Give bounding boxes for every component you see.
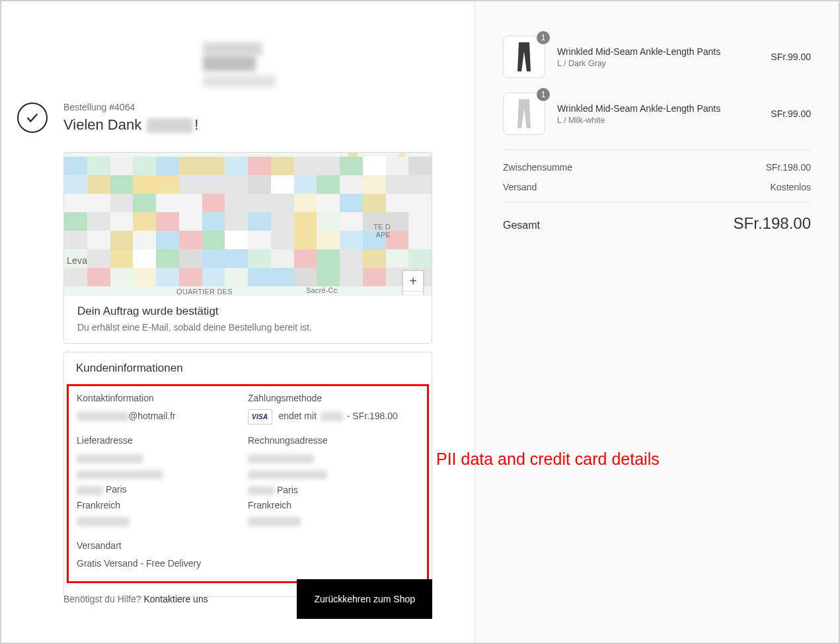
shipping-address-label: Lieferadresse [77,435,248,446]
map-label-te: TE D [373,223,391,231]
divider [503,149,811,150]
contact-email: @hotmail.fr [77,409,248,424]
contact-us-link[interactable]: Kontaktiere uns [143,594,208,604]
subtotal-value: SFr.198.00 [766,162,812,173]
zoom-in-button[interactable]: + [403,271,423,291]
ship-method-value: Gratis Versand - Free Delivery [77,556,248,572]
thank-suffix: ! [194,116,198,133]
order-number: Bestellung #4064 [63,102,198,112]
line-items: 1Wrinkled Mid-Seam Ankle-Length PantsL /… [503,36,811,135]
thank-prefix: Vielen Dank [63,116,145,133]
line-item-price: SFr.99.00 [771,52,811,62]
bill-country: Frankreich [248,500,291,510]
qty-badge: 1 [537,88,550,101]
customer-name-blurred [147,118,193,133]
payment-method-label: Zahlungsmethode [248,393,419,403]
shipping-value: Kostenlos [771,182,811,192]
bill-city: Paris [274,485,298,495]
product-thumb: 1 [503,93,545,135]
qty-badge: 1 [537,31,550,44]
shipping-row: Versand Kostenlos [503,182,811,192]
checkout-confirmation-page: Bestellung #4064 Vielen Dank ! D1 D7 Lev… [0,0,840,644]
order-header: Bestellung #4064 Vielen Dank ! [17,102,198,134]
payment-amount: - SFr.198.00 [347,411,398,421]
billing-address: Paris Frankreich [248,451,419,530]
shipping-label: Versand [503,182,537,192]
line-item: 1Wrinkled Mid-Seam Ankle-Length PantsL /… [503,93,811,135]
map-pixelation [64,157,432,286]
checkmark-icon [17,102,48,133]
product-variant: L / Milk-white [557,116,771,125]
line-item-desc: Wrinkled Mid-Seam Ankle-Length PantsL / … [557,46,771,68]
footer-row: Benötigst du Hilfe? Kontaktiere uns Zurü… [63,579,432,619]
thank-you-line: Vielen Dank ! [63,116,198,134]
email-suffix: @hotmail.fr [128,411,176,421]
billing-address-label: Rechnungsadresse [248,435,419,446]
main-column: Bestellung #4064 Vielen Dank ! D1 D7 Lev… [1,1,474,643]
ship-country: Frankreich [77,500,120,510]
return-to-shop-button[interactable]: Zurückkehren zum Shop [297,579,432,619]
shop-logo-blurred [203,42,322,75]
map-label-sacre: Sacré-Cc [306,286,337,294]
line-item-desc: Wrinkled Mid-Seam Ankle-Length PantsL / … [557,103,771,125]
subtotal-label: Zwischensumme [503,162,572,173]
payment-ends-text: endet mit [278,411,317,421]
divider [503,202,811,202]
product-variant: L / Dark Gray [557,59,771,68]
product-name: Wrinkled Mid-Seam Ankle-Length Pants [557,46,771,57]
total-label: Gesamt [503,220,540,231]
payment-method: VISA endet mit - SFr.198.00 [248,409,419,424]
delivery-map[interactable]: D1 D7 Leva QUARTIER DES Sacré-Cc TE D AP… [63,152,432,344]
ship-method-label: Versandart [77,540,248,551]
map-label-ape: APE [375,231,391,239]
confirmation-body: Du erhälst eine E-Mail, sobald deine Bes… [77,322,418,333]
map-label-leva: Leva [67,255,87,266]
pii-highlight-box: Kontaktinformation @hotmail.fr Lieferadr… [67,384,429,583]
ship-city: Paris [103,484,127,495]
product-name: Wrinkled Mid-Seam Ankle-Length Pants [557,103,771,114]
confirmation-title: Dein Auftrag wurde bestätigt [77,305,418,318]
help-text: Benötigst du Hilfe? Kontaktiere uns [63,594,208,604]
shipping-address: Paris Frankreich [77,451,248,530]
order-summary-column: 1Wrinkled Mid-Seam Ankle-Length PantsL /… [475,1,839,643]
customer-info-heading: Kundeninformationen [76,362,420,375]
total-value: SFr.198.00 [734,214,811,233]
need-help-text: Benötigst du Hilfe? [63,594,143,604]
annotation-pii: PII data and credit card details [436,450,660,469]
visa-icon: VISA [248,409,272,424]
subtotal-row: Zwischensumme SFr.198.00 [503,162,811,173]
line-item-price: SFr.99.00 [771,108,811,119]
contact-label: Kontaktinformation [77,393,248,403]
grand-total-row: Gesamt SFr.198.00 [503,214,811,233]
confirmation-banner: Dein Auftrag wurde bestätigt Du erhälst … [64,295,432,343]
product-thumb: 1 [503,36,545,78]
customer-info-card: Kundeninformationen Kontaktinformation @… [63,352,432,597]
line-item: 1Wrinkled Mid-Seam Ankle-Length PantsL /… [503,36,811,78]
